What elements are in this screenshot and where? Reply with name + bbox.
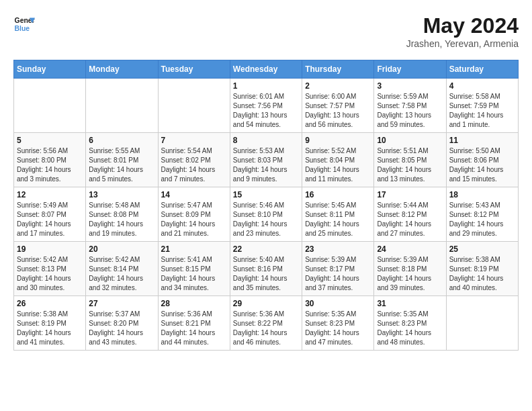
day-number: 4 [449,81,515,91]
calendar-cell: 24Sunrise: 5:39 AMSunset: 8:18 PMDayligh… [374,242,446,296]
calendar-cell: 12Sunrise: 5:49 AMSunset: 8:07 PMDayligh… [14,187,86,242]
day-info: Sunrise: 5:42 AMSunset: 8:14 PMDaylight:… [89,255,154,293]
day-info: Sunrise: 5:59 AMSunset: 7:58 PMDaylight:… [377,92,443,130]
day-info: Sunrise: 5:36 AMSunset: 8:22 PMDaylight:… [233,310,299,347]
day-number: 12 [17,190,83,199]
svg-text:Blue: Blue [15,25,30,32]
day-number: 3 [377,81,443,91]
calendar-cell: 6Sunrise: 5:55 AMSunset: 8:01 PMDaylight… [86,133,158,187]
calendar-week-5: 26Sunrise: 5:38 AMSunset: 8:19 PMDayligh… [14,296,519,351]
day-number: 8 [233,136,299,145]
calendar-cell: 14Sunrise: 5:47 AMSunset: 8:09 PMDayligh… [158,187,230,242]
calendar-cell: 19Sunrise: 5:42 AMSunset: 8:13 PMDayligh… [14,242,86,296]
day-info: Sunrise: 5:46 AMSunset: 8:10 PMDaylight:… [233,201,299,238]
day-number: 27 [89,299,154,308]
calendar-week-3: 12Sunrise: 5:49 AMSunset: 8:07 PMDayligh… [14,187,519,242]
day-info: Sunrise: 5:47 AMSunset: 8:09 PMDaylight:… [161,201,227,238]
day-number: 6 [89,136,154,145]
calendar-cell: 7Sunrise: 5:54 AMSunset: 8:02 PMDaylight… [158,133,230,187]
day-number: 14 [161,190,227,199]
calendar-cell: 5Sunrise: 5:56 AMSunset: 8:00 PMDaylight… [14,133,86,187]
day-number: 17 [377,190,443,199]
calendar-cell: 28Sunrise: 5:36 AMSunset: 8:21 PMDayligh… [158,296,230,351]
calendar-week-4: 19Sunrise: 5:42 AMSunset: 8:13 PMDayligh… [14,242,519,296]
page-subtitle: Jrashen, Yerevan, Armenia [406,38,519,49]
page-title: May 2024 [406,13,519,38]
day-info: Sunrise: 5:39 AMSunset: 8:17 PMDaylight:… [305,255,371,293]
day-info: Sunrise: 5:35 AMSunset: 8:23 PMDaylight:… [377,310,443,347]
calendar-cell: 27Sunrise: 5:37 AMSunset: 8:20 PMDayligh… [86,296,158,351]
calendar-cell: 3Sunrise: 5:59 AMSunset: 7:58 PMDaylight… [374,79,446,133]
logo: General Blue [13,13,35,35]
day-info: Sunrise: 5:38 AMSunset: 8:19 PMDaylight:… [449,255,515,293]
day-number: 28 [161,299,227,308]
day-info: Sunrise: 5:56 AMSunset: 8:00 PMDaylight:… [17,146,83,184]
day-info: Sunrise: 5:58 AMSunset: 7:59 PMDaylight:… [449,92,515,130]
title-block: May 2024 Jrashen, Yerevan, Armenia [406,13,519,49]
calendar-cell: 10Sunrise: 5:51 AMSunset: 8:05 PMDayligh… [374,133,446,187]
calendar-cell: 20Sunrise: 5:42 AMSunset: 8:14 PMDayligh… [86,242,158,296]
calendar-cell: 11Sunrise: 5:50 AMSunset: 8:06 PMDayligh… [446,133,518,187]
weekday-header-row: SundayMondayTuesdayWednesdayThursdayFrid… [14,60,519,79]
day-number: 10 [377,136,443,145]
day-info: Sunrise: 5:55 AMSunset: 8:01 PMDaylight:… [89,146,154,184]
day-number: 22 [233,244,299,254]
calendar-cell: 4Sunrise: 5:58 AMSunset: 7:59 PMDaylight… [446,79,518,133]
day-number: 2 [305,81,371,91]
calendar-cell [14,79,86,133]
day-info: Sunrise: 5:48 AMSunset: 8:08 PMDaylight:… [89,201,154,238]
calendar-cell: 2Sunrise: 6:00 AMSunset: 7:57 PMDaylight… [302,79,374,133]
calendar-cell: 25Sunrise: 5:38 AMSunset: 8:19 PMDayligh… [446,242,518,296]
weekday-header-friday: Friday [374,60,446,79]
day-number: 24 [377,244,443,254]
day-info: Sunrise: 5:52 AMSunset: 8:04 PMDaylight:… [305,146,371,184]
day-info: Sunrise: 5:53 AMSunset: 8:03 PMDaylight:… [233,146,299,184]
weekday-header-saturday: Saturday [446,60,518,79]
day-number: 5 [17,136,83,145]
calendar-cell [86,79,158,133]
calendar-cell: 21Sunrise: 5:41 AMSunset: 8:15 PMDayligh… [158,242,230,296]
calendar-cell: 22Sunrise: 5:40 AMSunset: 8:16 PMDayligh… [230,242,302,296]
day-number: 23 [305,244,371,254]
day-info: Sunrise: 5:43 AMSunset: 8:12 PMDaylight:… [449,201,515,238]
calendar-cell: 23Sunrise: 5:39 AMSunset: 8:17 PMDayligh… [302,242,374,296]
logo-icon: General Blue [13,13,35,35]
weekday-header-thursday: Thursday [302,60,374,79]
day-number: 15 [233,190,299,199]
day-number: 25 [449,244,515,254]
calendar-cell: 31Sunrise: 5:35 AMSunset: 8:23 PMDayligh… [374,296,446,351]
calendar-cell: 8Sunrise: 5:53 AMSunset: 8:03 PMDaylight… [230,133,302,187]
calendar-cell [158,79,230,133]
day-info: Sunrise: 5:51 AMSunset: 8:05 PMDaylight:… [377,146,443,184]
day-info: Sunrise: 5:35 AMSunset: 8:23 PMDaylight:… [305,310,371,347]
day-number: 30 [305,299,371,308]
weekday-header-wednesday: Wednesday [230,60,302,79]
day-info: Sunrise: 5:44 AMSunset: 8:12 PMDaylight:… [377,201,443,238]
day-info: Sunrise: 6:00 AMSunset: 7:57 PMDaylight:… [305,92,371,130]
calendar-cell: 30Sunrise: 5:35 AMSunset: 8:23 PMDayligh… [302,296,374,351]
day-number: 19 [17,244,83,254]
calendar-cell: 18Sunrise: 5:43 AMSunset: 8:12 PMDayligh… [446,187,518,242]
calendar-cell: 9Sunrise: 5:52 AMSunset: 8:04 PMDaylight… [302,133,374,187]
day-info: Sunrise: 5:37 AMSunset: 8:20 PMDaylight:… [89,310,154,347]
day-number: 16 [305,190,371,199]
calendar-cell: 1Sunrise: 6:01 AMSunset: 7:56 PMDaylight… [230,79,302,133]
day-number: 11 [449,136,515,145]
day-number: 18 [449,190,515,199]
calendar-week-1: 1Sunrise: 6:01 AMSunset: 7:56 PMDaylight… [14,79,519,133]
calendar-cell [446,296,518,351]
day-number: 1 [233,81,299,91]
day-info: Sunrise: 5:39 AMSunset: 8:18 PMDaylight:… [377,255,443,293]
calendar-cell: 17Sunrise: 5:44 AMSunset: 8:12 PMDayligh… [374,187,446,242]
weekday-header-sunday: Sunday [14,60,86,79]
weekday-header-monday: Monday [86,60,158,79]
day-info: Sunrise: 5:42 AMSunset: 8:13 PMDaylight:… [17,255,83,293]
day-info: Sunrise: 5:40 AMSunset: 8:16 PMDaylight:… [233,255,299,293]
day-number: 21 [161,244,227,254]
weekday-header-tuesday: Tuesday [158,60,230,79]
page-header: General Blue May 2024 Jrashen, Yerevan, … [13,13,519,49]
day-number: 29 [233,299,299,308]
day-number: 7 [161,136,227,145]
calendar-cell: 16Sunrise: 5:45 AMSunset: 8:11 PMDayligh… [302,187,374,242]
day-number: 20 [89,244,154,254]
